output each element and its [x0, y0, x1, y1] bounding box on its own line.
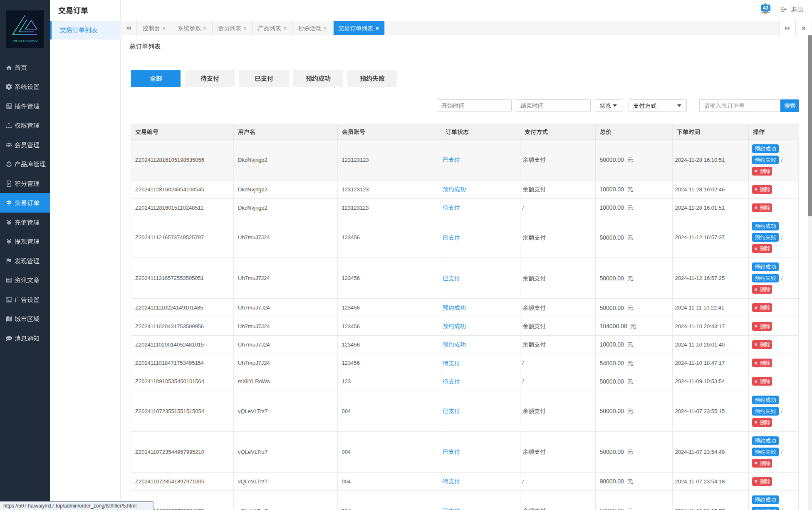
svg-text:P: P: [8, 183, 10, 186]
